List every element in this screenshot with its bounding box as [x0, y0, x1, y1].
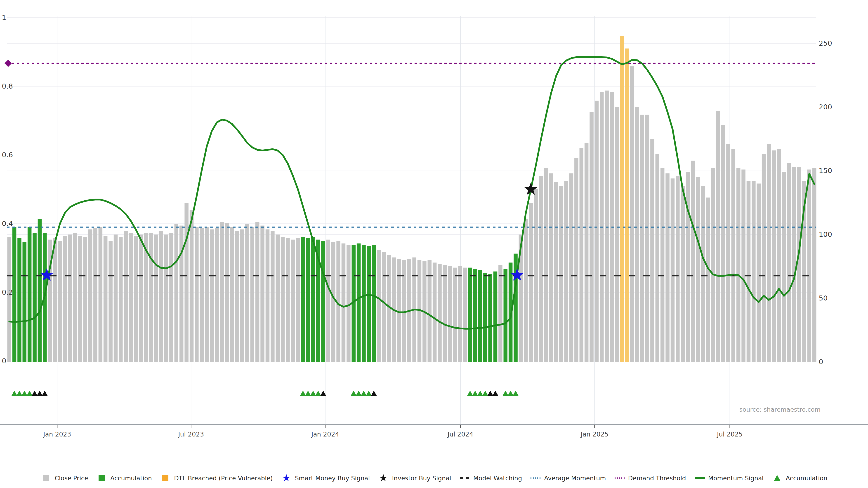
accumulation-triangle-icon — [502, 391, 508, 396]
close-price-bar — [741, 169, 745, 362]
close-price-bar — [154, 234, 158, 362]
x-axis-tick-label: Jan 2023 — [43, 431, 71, 438]
close-price-bar — [271, 231, 275, 362]
swatch-rect — [98, 475, 105, 481]
close-price-bar — [549, 173, 553, 362]
legend-item-label: Smart Money Buy Signal — [295, 475, 370, 482]
close-price-bar — [564, 181, 568, 362]
close-price-bar — [139, 234, 143, 362]
accumulation-bar — [468, 268, 472, 362]
close-price-bar — [53, 238, 57, 362]
close-price-bar — [58, 241, 62, 362]
legend-item-label: Close Price — [55, 475, 88, 482]
close-price-bar — [382, 252, 386, 362]
close-price-bar — [706, 197, 710, 362]
close-price-bar — [701, 186, 705, 362]
close-price-bar — [433, 263, 437, 362]
left-axis-tick-label: 0.4 — [2, 219, 13, 228]
accumulation-triangle-icon — [355, 391, 362, 396]
legend-item: Model Watching — [459, 474, 522, 482]
close-price-bar — [529, 203, 533, 362]
close-price-bar — [772, 151, 776, 362]
accumulation-bar — [311, 237, 315, 362]
accumulation-bar — [473, 269, 477, 362]
swatch-star — [283, 474, 290, 481]
close-price-bar — [164, 234, 168, 362]
close-price-bar — [438, 264, 442, 362]
close-price-bar — [342, 243, 346, 362]
close-price-bar — [448, 266, 452, 362]
demand-threshold-diamond-icon — [4, 60, 12, 67]
price-momentum-chart: Jan 2023Jul 2023Jan 2024Jul 2024Jan 2025… — [0, 0, 868, 488]
close-price-bar — [711, 168, 715, 362]
x-axis-tick-label: Jul 2023 — [178, 431, 204, 438]
legend-item-label: Model Watching — [473, 475, 522, 482]
close-price-bar — [524, 219, 528, 362]
right-axis-tick-label: 100 — [819, 230, 832, 238]
close-price-bar — [296, 238, 300, 362]
close-price-bar — [63, 236, 67, 362]
legend-item-label: Investor Buy Signal — [392, 475, 451, 482]
accumulation-triangle-icon — [477, 391, 483, 396]
accumulation-bar — [12, 227, 17, 362]
close-price-bar — [230, 227, 234, 362]
swatch-triangle — [774, 475, 780, 481]
accumulation-bar — [488, 274, 492, 362]
close-price-bar — [397, 259, 401, 362]
close-price-bar — [655, 154, 659, 362]
close-price-bar — [580, 148, 584, 362]
close-price-bar — [291, 240, 295, 362]
close-price-bar — [78, 236, 82, 362]
right-axis-tick-label: 250 — [819, 39, 832, 47]
close-price-bar — [463, 268, 467, 362]
accumulation-triangle-icon — [41, 391, 48, 396]
left-axis-tick-label: 0.6 — [2, 151, 13, 159]
accumulation-bar — [18, 238, 22, 362]
close-price-bar — [68, 234, 72, 362]
close-price-bar — [539, 176, 543, 362]
accumulation-triangle-icon — [487, 391, 493, 396]
legend-item: Average Momentum — [530, 474, 606, 482]
accumulation-bar — [33, 233, 37, 362]
swatch-star — [380, 474, 387, 481]
close-price-bar — [676, 176, 680, 362]
close-price-bar — [757, 184, 761, 362]
close-price-bar — [554, 182, 558, 362]
close-price-bar — [129, 233, 133, 362]
accumulation-triangle-icon — [467, 391, 473, 396]
close-price-bar — [691, 161, 695, 362]
legend-item: DTL Breached (Price Vulnerable) — [160, 474, 273, 482]
legend-item: Demand Threshold — [614, 474, 686, 482]
accumulation-triangle-icon — [366, 391, 372, 396]
legend-swatch-star-icon — [378, 474, 389, 482]
legend-item: Close Price — [41, 474, 88, 482]
close-price-bar — [108, 241, 113, 362]
close-price-bar — [93, 228, 97, 362]
close-price-bar — [200, 228, 204, 362]
close-price-bar — [428, 260, 432, 362]
accumulation-bar — [23, 242, 27, 362]
close-price-bar — [762, 154, 766, 362]
close-price-bar — [175, 224, 179, 362]
accumulation-bar — [493, 271, 498, 362]
close-price-bar — [635, 107, 639, 362]
legend-swatch-star-icon — [281, 474, 292, 482]
accumulation-bar — [306, 238, 310, 362]
legend-item-label: Momentum Signal — [708, 475, 764, 482]
close-price-bar — [640, 115, 644, 362]
legend: Close PriceAccumulationDTL Breached (Pri… — [0, 474, 868, 482]
close-price-bar — [276, 234, 280, 362]
accumulation-bar — [504, 269, 508, 362]
close-price-bar — [605, 91, 609, 362]
close-price-bar — [195, 227, 199, 362]
close-price-bar — [590, 112, 594, 362]
close-price-bar — [159, 231, 163, 362]
x-axis-line — [0, 424, 868, 425]
close-price-bar — [544, 168, 548, 362]
close-price-bars — [7, 36, 816, 362]
legend-swatch-rect-icon — [160, 474, 171, 482]
accumulation-triangle-icon — [472, 391, 478, 396]
close-price-bar — [660, 168, 664, 362]
accumulation-triangle-icon — [482, 391, 489, 396]
close-price-bar — [645, 115, 649, 362]
